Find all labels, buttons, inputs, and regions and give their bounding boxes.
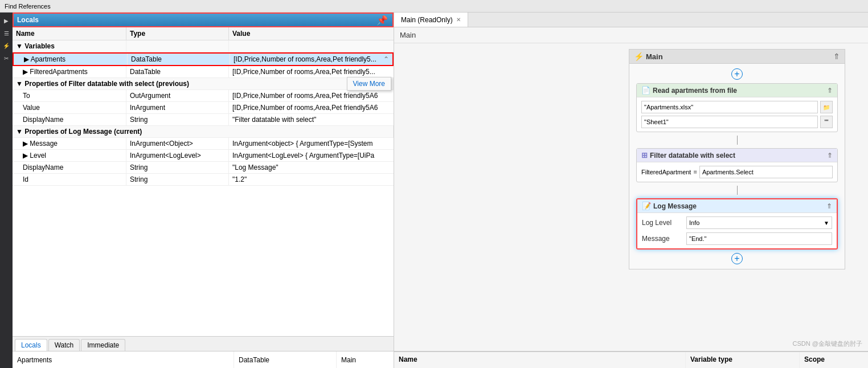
read-header: 📄 Read apartments from file ⇑ (637, 84, 837, 97)
read-browse-btn[interactable]: 📁 (820, 101, 833, 113)
filter-assign-row: FilteredApartment = (641, 166, 833, 178)
table-row-to[interactable]: To OutArgument [ID,Price,Number of rooms… (13, 90, 394, 102)
filter-title: ⊞ Filter datatable with select (641, 151, 735, 160)
level-type: InArgument<LogLevel> (126, 150, 229, 161)
table-row-message[interactable]: ▶ Message InArgument<Object> InArgument<… (13, 138, 394, 150)
apartments-expand-icon[interactable]: ⌃ (383, 55, 389, 63)
level-name: ▶ Level (13, 150, 126, 161)
tab-watch[interactable]: Watch (48, 339, 80, 351)
log-message-label: Message (642, 235, 682, 243)
expand-arrow-level[interactable]: ▶ (23, 152, 28, 160)
sidebar-icon-1[interactable]: ▶ (1, 15, 12, 26)
log-level-dropdown[interactable]: Info ▼ (686, 216, 832, 229)
filter-header: ⊞ Filter datatable with select ⇑ (637, 149, 837, 162)
bvp-scope: Main (337, 351, 394, 368)
connector-2 (737, 186, 738, 195)
log-header: 📝 Log Message ⇑ (637, 199, 837, 213)
filter-activity: ⊞ Filter datatable with select ⇑ Filtere… (636, 148, 838, 182)
apartments-value: [ID,Price,Number of rooms,Area,Pet frien… (230, 54, 392, 65)
connector-1 (737, 136, 738, 145)
workflow-collapse-btn[interactable]: ⇑ (833, 52, 840, 61)
tab-immediate[interactable]: Immediate (81, 339, 125, 351)
find-refs-label: Find References (5, 3, 51, 10)
table-row-apartments[interactable]: ▶ Apartments DataTable [ID,Price,Number … (13, 52, 394, 66)
read-activity: 📄 Read apartments from file ⇑ 📁 (636, 83, 838, 132)
log-message-row: Message (642, 232, 832, 245)
read-collapse-btn[interactable]: ⇑ (827, 87, 833, 95)
filter-rhs-input[interactable] (699, 166, 833, 178)
read-file-input[interactable] (641, 101, 818, 113)
message-name: ▶ Message (13, 138, 126, 149)
value-value: [ID,Price,Number of rooms,Area,Pet frien… (229, 102, 394, 113)
level-value: InArgument<LogLevel> { ArgumentType=[UiP… (229, 150, 394, 161)
view-more-tooltip[interactable]: View More (347, 77, 391, 91)
read-sheet-input[interactable] (641, 116, 818, 128)
sidebar-icon-2[interactable]: ☰ (1, 27, 12, 39)
filter-lhs: FilteredApartment (641, 169, 691, 175)
filter-op: = (693, 169, 697, 175)
log-body: Log Level Info ▼ Message (637, 213, 837, 248)
table-row-value[interactable]: Value InArgument [ID,Price,Number of roo… (13, 102, 394, 114)
add-btn-top[interactable]: + (731, 68, 743, 80)
to-type: OutArgument (126, 90, 229, 101)
sidebar: ▶ ☰ ⚡ ✂ (0, 13, 13, 368)
message-type: InArgument<Object> (126, 138, 229, 149)
message-value: InArgument<object> { ArgumentType=[Syste… (229, 138, 394, 149)
watermark: CSDN @金敲键盘的肘子 (793, 340, 862, 348)
sidebar-icon-3[interactable]: ⚡ (1, 40, 12, 51)
log-activity: 📝 Log Message ⇑ Log Level (636, 198, 838, 250)
filter-collapse-btn[interactable]: ⇑ (827, 152, 833, 160)
collapse-arrow[interactable]: ▼ (16, 42, 23, 50)
workflow-title: ⚡ Main (634, 52, 663, 61)
id-type: String (126, 174, 229, 185)
collapse-arrow-filter[interactable]: ▼ (16, 80, 23, 88)
filtered-value: [ID,Price,Number of rooms,Area,Pet frien… (229, 66, 394, 77)
right-tab-main[interactable]: Main (ReadOnly) ✕ (394, 13, 468, 27)
right-tab-bar: Main (ReadOnly) ✕ (394, 13, 868, 27)
log-title: 📝 Log Message (642, 202, 697, 210)
read-sheet-row: "" (641, 116, 833, 128)
bottom-right-panel: Name Variable type Scope (394, 351, 868, 368)
bvp-type: DataTable (234, 351, 337, 368)
log-level-row: Log Level Info ▼ (642, 216, 832, 229)
expand-arrow-filtered[interactable]: ▶ (23, 68, 28, 76)
collapse-arrow-log[interactable]: ▼ (16, 128, 23, 136)
filtered-type: DataTable (126, 66, 229, 77)
bottom-variable-panel: Apartments DataTable Main (13, 351, 394, 368)
tab-close-icon[interactable]: ✕ (456, 17, 461, 23)
locals-header: Locals 📌 (13, 13, 394, 27)
log-message-input[interactable] (686, 232, 832, 245)
brp-name-header: Name (394, 352, 686, 368)
bvp-name: Apartments (13, 351, 234, 368)
table-row-level[interactable]: ▶ Level InArgument<LogLevel> InArgument<… (13, 150, 394, 162)
expand-arrow-apartments[interactable]: ▶ (24, 55, 29, 63)
add-btn-bottom[interactable]: + (731, 253, 743, 264)
read-title: 📄 Read apartments from file (641, 86, 737, 95)
tab-locals[interactable]: Locals (15, 339, 47, 351)
displayname1-type: String (126, 114, 229, 125)
section-log: ▼ Properties of Log Message (current) (13, 126, 394, 137)
sidebar-icon-4[interactable]: ✂ (1, 52, 12, 64)
filtered-name: ▶ FilteredApartments (13, 66, 126, 77)
dropdown-arrow-icon: ▼ (824, 220, 829, 226)
log-level-label: Log Level (642, 219, 682, 227)
id-name: Id (13, 174, 126, 185)
table-row-displayname1[interactable]: DisplayName String "Filter datatable wit… (13, 114, 394, 126)
to-name: To (13, 90, 126, 101)
table-row-id[interactable]: Id String "1.2" (13, 174, 394, 186)
value-name: Value (13, 102, 126, 113)
workflow-icon: ⚡ (634, 52, 644, 61)
filter-body: FilteredApartment = (637, 162, 837, 182)
right-panel: Main (ReadOnly) ✕ Main ⚡ Main (394, 13, 868, 368)
locals-pin-icon[interactable]: 📌 (376, 15, 388, 26)
table-row-displayname2[interactable]: DisplayName String "Log Message" (13, 162, 394, 174)
col-type: Type (126, 27, 229, 40)
section-filter: ▼ Properties of Filter datatable with se… (13, 78, 394, 89)
table-row-filtered[interactable]: ▶ FilteredApartments DataTable [ID,Price… (13, 66, 394, 78)
expand-arrow-message[interactable]: ▶ (23, 140, 28, 148)
read-quotes-btn[interactable]: "" (820, 116, 833, 128)
canvas-area: ⚡ Main ⇑ + (394, 43, 868, 351)
to-value: [ID,Price,Number of rooms,Area,Pet frien… (229, 90, 394, 101)
displayname2-type: String (126, 162, 229, 173)
log-collapse-btn[interactable]: ⇑ (826, 202, 832, 210)
